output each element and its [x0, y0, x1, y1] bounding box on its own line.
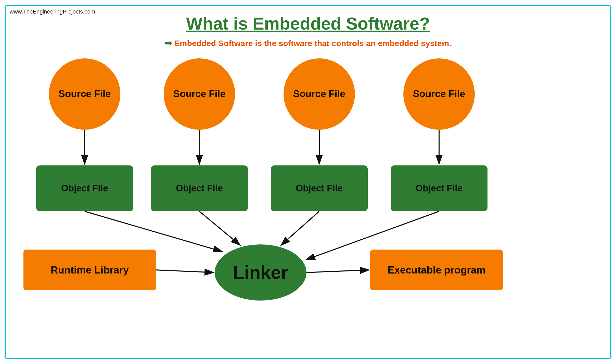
runtime-library-rect: Runtime Library — [23, 250, 156, 290]
object-file-rect-4: Object File — [391, 165, 487, 211]
arrow-icon: ➡ — [165, 38, 172, 48]
svg-line-7 — [281, 211, 319, 245]
source-file-circle-1: Source File — [49, 58, 120, 130]
diagram: Source File Source File Source File Sour… — [13, 58, 603, 339]
source-file-circle-3: Source File — [284, 58, 355, 130]
outer-border: www.TheEngineeringProjects.com What is E… — [5, 5, 611, 359]
linker-ellipse: Linker — [215, 244, 306, 301]
svg-line-6 — [199, 211, 240, 245]
executable-rect: Executable program — [370, 250, 503, 290]
website-url: www.TheEngineeringProjects.com — [10, 8, 95, 15]
page-title: What is Embedded Software? — [13, 14, 603, 33]
svg-line-5 — [85, 211, 222, 252]
source-file-circle-2: Source File — [164, 58, 235, 130]
source-file-circle-4: Source File — [403, 58, 475, 130]
object-file-rect-3: Object File — [271, 165, 368, 211]
svg-line-10 — [306, 270, 369, 272]
subtitle-text: Embedded Software is the software that c… — [174, 39, 451, 48]
subtitle: ➡Embedded Software is the software that … — [13, 38, 603, 48]
object-file-rect-2: Object File — [151, 165, 248, 211]
svg-line-9 — [156, 270, 214, 272]
object-file-rect-1: Object File — [36, 165, 133, 211]
